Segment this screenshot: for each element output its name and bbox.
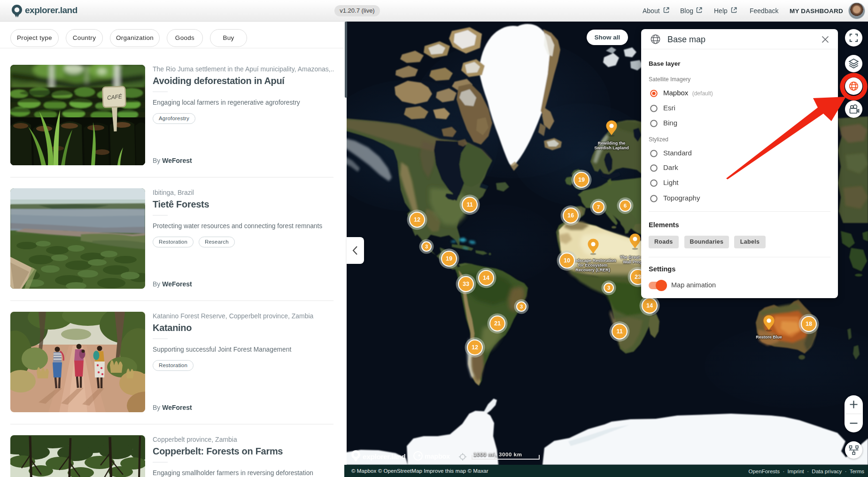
svg-text:explorer.land: explorer.land	[363, 453, 405, 461]
svg-text:mapbox: mapbox	[425, 453, 450, 460]
